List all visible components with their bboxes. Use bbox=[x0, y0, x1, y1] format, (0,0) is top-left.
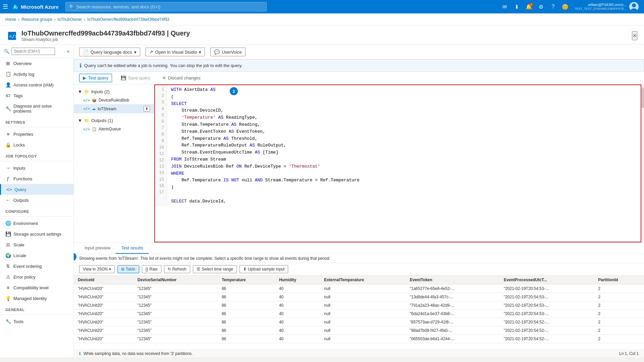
query-language-docs-button[interactable]: 📄 Query language docs ▾ bbox=[79, 48, 140, 56]
table-cell: null bbox=[320, 293, 406, 301]
sidebar-collapse-button[interactable]: « bbox=[67, 49, 69, 54]
tab-test-results[interactable]: Test results bbox=[116, 243, 149, 254]
code-text[interactable]: WITH AlertData AS ( SELECT Stream.Device… bbox=[167, 85, 364, 206]
hamburger-icon[interactable]: ☰ bbox=[3, 3, 8, 10]
search-bar[interactable]: 🔍 bbox=[65, 2, 267, 11]
page-subtitle: Stream Analytics job bbox=[21, 37, 190, 42]
save-query-button[interactable]: 💾 Save query bbox=[117, 74, 154, 82]
col-event-processed: EventProcessedUtcT... bbox=[500, 276, 594, 285]
io-item-iot-stream[interactable]: </> ☁ IoTStream ⬆ bbox=[74, 104, 154, 113]
page-icon: </> bbox=[7, 31, 17, 41]
sidebar-item-tools[interactable]: 🔧 Tools bbox=[0, 316, 73, 327]
select-time-button[interactable]: 🗓 Select time range bbox=[193, 265, 237, 273]
outputs-section-header[interactable]: ▼ 📁 Outputs (1) bbox=[74, 116, 154, 125]
sidebar-item-tags[interactable]: 🏷 Tags bbox=[0, 90, 73, 101]
col-device-id: DeviceId bbox=[74, 276, 133, 285]
refresh-button[interactable]: ↻ Refresh bbox=[164, 265, 190, 273]
raw-button[interactable]: {} Raw bbox=[142, 265, 161, 273]
query-language-docs-label: Query language docs bbox=[91, 50, 132, 55]
sidebar-item-label: Access control (IAM) bbox=[13, 82, 54, 87]
table-icon: ⊞ bbox=[121, 267, 124, 272]
table-button[interactable]: ⊞ Table bbox=[117, 265, 139, 273]
test-query-button[interactable]: ▶ Test query bbox=[79, 74, 112, 82]
sidebar-item-diagnose[interactable]: 🔧 Diagnose and solve problems bbox=[0, 101, 73, 116]
sidebar-item-inputs[interactable]: → Inputs bbox=[0, 163, 73, 173]
table-cell: "HVACUnit20" bbox=[74, 285, 133, 293]
overview-icon: ⊞ bbox=[5, 61, 11, 66]
job-topology-divider bbox=[0, 161, 73, 161]
table-cell: null bbox=[320, 310, 406, 318]
avatar bbox=[629, 2, 639, 11]
sidebar-item-scale[interactable]: ⚖ Scale bbox=[0, 239, 73, 250]
sidebar-item-label: Environment bbox=[13, 221, 38, 226]
sidebar-item-label: Functions bbox=[13, 176, 32, 181]
editor-scrollbar[interactable] bbox=[641, 84, 644, 242]
mail-icon[interactable]: ✉ bbox=[499, 1, 510, 12]
scrollbar-thumb[interactable] bbox=[642, 88, 644, 108]
tab-input-preview[interactable]: Input preview bbox=[79, 243, 116, 254]
feedback-icon[interactable]: 😊 bbox=[560, 1, 571, 12]
sidebar-item-event-ordering[interactable]: ⇅ Event ordering bbox=[0, 261, 73, 272]
discard-icon: ✕ bbox=[162, 75, 166, 80]
table-body: "HVACUnit20""12345"8640null"1a65277e-65e… bbox=[74, 285, 644, 343]
sidebar-item-functions[interactable]: ƒ Functions bbox=[0, 173, 73, 184]
upload-badge[interactable]: ⬆ bbox=[144, 106, 150, 112]
breadcrumb: Home › Resource groups › IoThubOwner › I… bbox=[0, 13, 644, 25]
sidebar-item-environment[interactable]: 🌐 Environment bbox=[0, 218, 73, 229]
user-profile[interactable]: william@PSA365.onmic... TEST_TEST_DYNAMI… bbox=[572, 0, 641, 13]
sidebar-item-locale[interactable]: 🌍 Locale bbox=[0, 250, 73, 261]
sidebar-item-overview[interactable]: ⊞ Overview bbox=[0, 58, 73, 69]
sidebar-item-label: Inputs bbox=[13, 166, 25, 171]
environment-icon: 🌐 bbox=[5, 221, 11, 226]
upload-sample-button[interactable]: ⬆ Upload sample input bbox=[239, 265, 288, 273]
table-cell: null bbox=[320, 326, 406, 335]
breadcrumb-resource[interactable]: IoThubOwnercffed999acb44739a43fbbd74f93 bbox=[87, 17, 169, 22]
code-editor[interactable]: 1234567891011121314151617 WITH AlertData… bbox=[154, 84, 641, 242]
io-item-label-3: AlertsQueue bbox=[99, 127, 121, 131]
breadcrumb-home[interactable]: Home bbox=[5, 17, 16, 22]
sidebar-item-locks[interactable]: 🔒 Locks bbox=[0, 139, 73, 150]
general-section-label: General bbox=[0, 304, 73, 313]
io-item-device-rules-blob[interactable]: </> 📦 DeviceRulesBlob bbox=[74, 96, 154, 104]
breadcrumb-iot-hub-owner[interactable]: IoThubOwner bbox=[57, 17, 82, 22]
table-cell: 86 bbox=[218, 318, 275, 326]
table-cell: "2021-02-19T20:54:53-... bbox=[500, 285, 594, 293]
sidebar-item-outputs[interactable]: ← Outputs bbox=[0, 195, 73, 205]
sidebar-item-properties[interactable]: ≡ Properties bbox=[0, 129, 73, 139]
settings-icon[interactable]: ⚙ bbox=[536, 1, 546, 12]
col-serial: DeviceSerialNumber bbox=[133, 276, 218, 285]
breadcrumb-resource-groups[interactable]: Resource groups bbox=[21, 17, 52, 22]
view-json-button[interactable]: View in JSON ▾ bbox=[79, 265, 115, 273]
table-cell: null bbox=[320, 335, 406, 343]
io-item-alerts-queue[interactable]: </> 📋 AlertsQueue bbox=[74, 125, 154, 133]
results-tabs: Input preview Test results bbox=[74, 243, 644, 254]
download-icon[interactable]: ⬇ bbox=[512, 1, 522, 12]
search-input[interactable] bbox=[76, 4, 263, 9]
table-cell: "12345" bbox=[133, 310, 218, 318]
open-visual-studio-button[interactable]: ↗ Open in Visual Studio ▾ bbox=[146, 48, 205, 56]
raw-label: Raw bbox=[150, 267, 158, 272]
close-button[interactable]: × bbox=[632, 31, 637, 40]
sidebar-item-managed-identity[interactable]: 💡 Managed Identity bbox=[0, 293, 73, 304]
chevron-down-icon: ▾ bbox=[134, 50, 137, 55]
open-visual-studio-label: Open in Visual Studio bbox=[155, 50, 197, 55]
sidebar-search-input[interactable] bbox=[11, 48, 55, 55]
discard-changes-button[interactable]: ✕ Discard changes bbox=[159, 74, 204, 82]
sidebar-item-error-policy[interactable]: ⚠ Error policy bbox=[0, 272, 73, 282]
error-policy-icon: ⚠ bbox=[5, 274, 11, 280]
sidebar-item-query[interactable]: <> Query bbox=[0, 184, 73, 195]
queue-icon: 📋 bbox=[92, 127, 97, 131]
table-cell: 2 bbox=[594, 335, 644, 343]
notifications-icon[interactable]: 🔔 1 bbox=[524, 1, 534, 12]
diagnose-icon: 🔧 bbox=[5, 106, 11, 111]
sidebar-item-compatibility[interactable]: ≡ Compatibility level bbox=[0, 282, 73, 293]
svg-point-3 bbox=[631, 8, 637, 11]
help-icon[interactable]: ? bbox=[548, 1, 558, 12]
sidebar-item-storage-account[interactable]: 💾 Storage account settings bbox=[0, 229, 73, 239]
table-cell: "2021-02-19T20:54:52-... bbox=[500, 326, 594, 335]
sidebar-item-access-control[interactable]: 👤 Access control (IAM) bbox=[0, 79, 73, 90]
uservoice-button[interactable]: 💬 UserVoice bbox=[210, 48, 245, 56]
sidebar-search-area: 🔍 « bbox=[0, 45, 73, 58]
sidebar-item-activity-log[interactable]: 📋 Activity log bbox=[0, 69, 73, 79]
inputs-section-header[interactable]: ▼ 📁 Inputs (2) bbox=[74, 87, 154, 96]
